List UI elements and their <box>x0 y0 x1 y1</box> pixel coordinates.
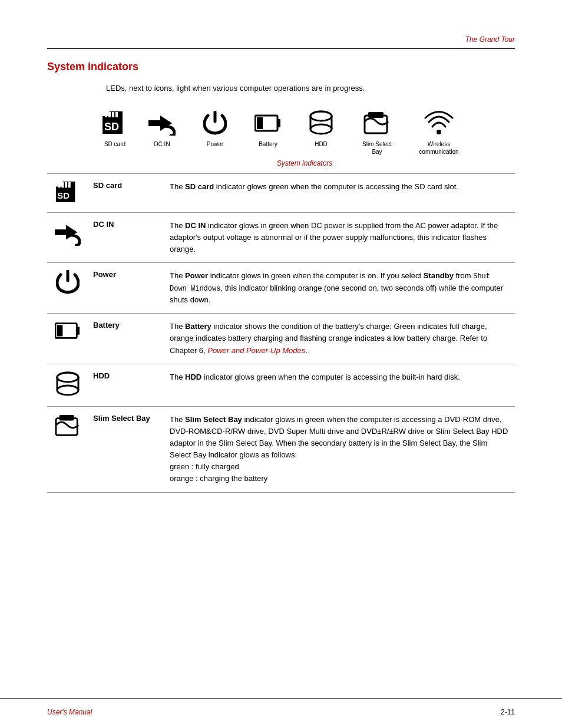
battery-label: Battery <box>259 140 277 148</box>
hdd-icon <box>309 108 333 138</box>
row-name-hdd: HDD <box>88 364 165 406</box>
wireless-icon <box>424 108 454 138</box>
indicators-table: SD SD card The SD card indicator glows g… <box>47 173 515 493</box>
row-name-power: Power <box>88 262 165 313</box>
slim-select-bay-icon <box>363 108 391 138</box>
icon-item-hdd: HDD <box>295 108 348 148</box>
hdd-label: HDD <box>315 140 328 148</box>
svg-rect-4 <box>112 112 114 117</box>
row-icon-hdd <box>47 364 88 406</box>
row-name-battery: Battery <box>88 314 165 364</box>
svg-rect-22 <box>62 182 64 187</box>
icons-row: SD SD card DC IN <box>94 108 515 156</box>
icon-item-wireless: Wirelesscommunication <box>406 108 471 156</box>
table-row: HDD The HDD indicator glows green when t… <box>47 364 515 406</box>
svg-rect-24 <box>68 182 71 187</box>
row-icon-slim-select-bay <box>47 406 88 492</box>
svg-rect-36 <box>56 418 77 435</box>
svg-rect-23 <box>65 182 67 187</box>
svg-rect-31 <box>57 377 78 390</box>
svg-rect-10 <box>277 119 280 127</box>
row-desc-dc-in: The DC IN indicator glows in green when … <box>165 212 515 262</box>
table-row: Slim Select Bay The Slim Select Bay indi… <box>47 406 515 492</box>
row-desc-slim-select-bay: The Slim Select Bay indicator glows in g… <box>165 406 515 492</box>
table-row: Battery The Battery indicator shows the … <box>47 314 515 364</box>
svg-rect-29 <box>77 327 80 335</box>
svg-marker-26 <box>55 225 77 239</box>
svg-marker-7 <box>148 116 172 131</box>
footer-left: User's Manual <box>47 708 92 716</box>
svg-text:SD: SD <box>104 121 119 133</box>
svg-point-19 <box>437 130 441 134</box>
svg-rect-18 <box>368 112 384 118</box>
battery-icon <box>254 108 282 138</box>
svg-rect-28 <box>57 325 63 337</box>
intro-text: LEDs, next to icons, light when various … <box>106 83 515 94</box>
sd-card-icon: SD <box>101 108 128 138</box>
row-icon-dc-in <box>47 212 88 262</box>
svg-rect-9 <box>257 117 263 129</box>
icon-item-dc-in: DC IN <box>135 108 189 148</box>
row-desc-power: The Power indicator glows in green when … <box>165 262 515 313</box>
row-icon-sd-card: SD <box>47 173 88 212</box>
svg-text:SD: SD <box>57 190 70 200</box>
dc-in-label: DC IN <box>154 140 170 148</box>
power-label: Power <box>207 140 223 148</box>
icons-caption: System indicators <box>94 159 515 167</box>
row-icon-power <box>47 262 88 313</box>
svg-rect-3 <box>108 112 111 117</box>
icon-item-battery: Battery <box>242 108 295 148</box>
svg-rect-21 <box>58 182 61 187</box>
row-name-sd-card: SD card <box>88 173 165 212</box>
slim-select-bay-label: Slim SelectBay <box>362 140 392 156</box>
power-icon <box>203 108 227 138</box>
footer-right: 2-11 <box>501 708 515 716</box>
table-row: Power The Power indicator glows in green… <box>47 262 515 313</box>
svg-rect-12 <box>310 116 332 129</box>
header-title: The Grand Tour <box>465 35 515 44</box>
svg-rect-2 <box>105 112 107 117</box>
row-name-slim-select-bay: Slim Select Bay <box>88 406 165 492</box>
table-row: DC IN The DC IN indicator glows in green… <box>47 212 515 262</box>
table-row: SD SD card The SD card indicator glows g… <box>47 173 515 212</box>
row-desc-hdd: The HDD indicator glows green when the c… <box>165 364 515 406</box>
sd-card-label: SD card <box>104 140 125 148</box>
page: The Grand Tour System indicators LEDs, n… <box>0 0 562 728</box>
row-icon-battery <box>47 314 88 364</box>
svg-rect-5 <box>115 112 118 117</box>
icon-item-sd-card: SD SD card <box>94 108 135 148</box>
icon-item-power: Power <box>189 108 242 148</box>
row-desc-sd-card: The SD card indicator glows green when t… <box>165 173 515 212</box>
wireless-label: Wirelesscommunication <box>419 140 458 156</box>
svg-rect-37 <box>59 415 74 421</box>
section-title: System indicators <box>47 61 515 73</box>
page-header: The Grand Tour <box>0 0 562 48</box>
row-name-dc-in: DC IN <box>88 212 165 262</box>
icon-item-slim-select-bay: Slim SelectBay <box>348 108 406 156</box>
row-desc-battery: The Battery indicator shows the conditio… <box>165 314 515 364</box>
page-footer: User's Manual 2-11 <box>0 698 562 728</box>
dc-in-icon <box>148 108 176 138</box>
main-content: System indicators LEDs, next to icons, l… <box>0 49 562 595</box>
battery-link[interactable]: Power and Power-Up Modes <box>207 346 305 355</box>
